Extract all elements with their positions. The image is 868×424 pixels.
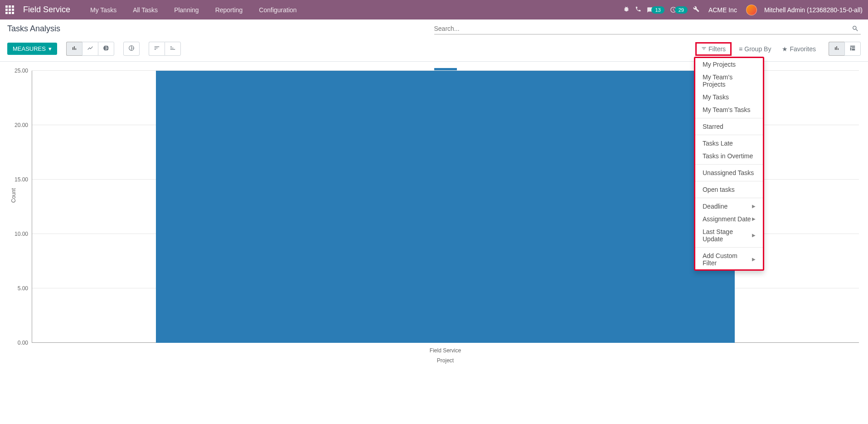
star-icon: ★ bbox=[782, 45, 788, 53]
filter-tasks-overtime[interactable]: Tasks in Overtime bbox=[695, 150, 763, 162]
navbar: Field Service My Tasks All Tasks Plannin… bbox=[0, 0, 868, 19]
filter-deadline[interactable]: Deadline ▶ bbox=[695, 200, 763, 213]
view-switcher bbox=[829, 42, 861, 56]
messages-badge: 13 bbox=[651, 6, 664, 14]
sort-group bbox=[149, 42, 181, 56]
y-tick: 5.00 bbox=[10, 285, 28, 292]
y-tick: 25.00 bbox=[10, 68, 28, 74]
user-avatar[interactable] bbox=[746, 5, 757, 15]
y-axis-line bbox=[32, 71, 32, 343]
filters-label: Filters bbox=[708, 45, 726, 53]
nav-configuration[interactable]: Configuration bbox=[252, 6, 304, 14]
sort-desc-button[interactable] bbox=[149, 42, 165, 56]
divider bbox=[695, 135, 763, 135]
chart-type-group bbox=[66, 42, 114, 56]
chevron-right-icon: ▶ bbox=[752, 233, 756, 238]
filter-assignment-label: Assignment Date bbox=[703, 215, 751, 223]
filter-unassigned[interactable]: Unassigned Tasks bbox=[695, 166, 763, 179]
messages-icon[interactable]: 13 bbox=[647, 6, 664, 14]
favorites-label: Favorites bbox=[790, 45, 816, 53]
search-icon[interactable] bbox=[852, 25, 859, 34]
filter-my-projects[interactable]: My Projects bbox=[695, 58, 763, 71]
chevron-right-icon: ▶ bbox=[752, 216, 756, 221]
filters-wrapper: Filters My Projects My Team's Projects M… bbox=[695, 42, 732, 56]
groupby-button[interactable]: ≡ Group By bbox=[735, 44, 775, 54]
activities-badge: 29 bbox=[675, 6, 688, 14]
y-tick: 20.00 bbox=[10, 122, 28, 128]
sort-asc-button[interactable] bbox=[165, 42, 181, 56]
page-title: Tasks Analysis bbox=[7, 24, 434, 34]
debug-icon[interactable] bbox=[693, 6, 699, 14]
app-name[interactable]: Field Service bbox=[19, 5, 74, 15]
y-tick: 0.00 bbox=[10, 340, 28, 346]
filter-starred[interactable]: Starred bbox=[695, 120, 763, 133]
cp-bottom: MEASURES ▾ bbox=[0, 38, 868, 61]
y-tick: 10.00 bbox=[10, 231, 28, 237]
activities-icon[interactable]: 29 bbox=[670, 6, 688, 14]
search-input[interactable] bbox=[434, 25, 861, 32]
filter-my-teams-projects[interactable]: My Team's Projects bbox=[695, 71, 763, 91]
bar-chart-button[interactable] bbox=[66, 42, 82, 56]
filter-open-tasks[interactable]: Open tasks bbox=[695, 183, 763, 196]
search-options: Filters My Projects My Team's Projects M… bbox=[695, 42, 861, 56]
x-tick: Field Service bbox=[430, 347, 461, 354]
x-axis-label: Project bbox=[437, 357, 454, 364]
graph-view-button[interactable] bbox=[829, 42, 844, 56]
pie-chart-button[interactable] bbox=[98, 42, 114, 56]
measures-button[interactable]: MEASURES ▾ bbox=[7, 43, 57, 55]
y-axis-label: Count bbox=[10, 188, 17, 203]
divider bbox=[695, 247, 763, 248]
filter-last-stage-update[interactable]: Last Stage Update ▶ bbox=[695, 225, 763, 245]
user-name[interactable]: Mitchell Admin (12368280-15-0-all) bbox=[764, 6, 863, 14]
stacked-button[interactable] bbox=[123, 42, 140, 56]
filter-my-teams-tasks[interactable]: My Team's Tasks bbox=[695, 103, 763, 116]
groupby-label: Group By bbox=[744, 45, 771, 53]
favorites-button[interactable]: ★ Favorites bbox=[778, 44, 820, 54]
filter-tasks-late[interactable]: Tasks Late bbox=[695, 137, 763, 150]
funnel-icon bbox=[701, 45, 707, 53]
filter-add-custom[interactable]: Add Custom Filter ▶ bbox=[695, 249, 763, 269]
nav-planning[interactable]: Planning bbox=[167, 6, 206, 14]
filter-my-tasks[interactable]: My Tasks bbox=[695, 91, 763, 103]
cp-top: Tasks Analysis bbox=[0, 19, 868, 38]
control-panel: Tasks Analysis MEASURES ▾ bbox=[0, 19, 868, 62]
divider bbox=[695, 118, 763, 118]
bug-icon[interactable] bbox=[623, 6, 630, 14]
divider bbox=[695, 164, 763, 165]
filter-last-stage-label: Last Stage Update bbox=[703, 228, 752, 243]
filter-assignment-date[interactable]: Assignment Date ▶ bbox=[695, 213, 763, 225]
bar-field-service[interactable] bbox=[156, 71, 735, 343]
filters-dropdown: My Projects My Team's Projects My Tasks … bbox=[694, 57, 764, 271]
pivot-view-button[interactable] bbox=[844, 42, 861, 56]
chevron-right-icon: ▶ bbox=[752, 257, 756, 262]
list-icon: ≡ bbox=[739, 45, 742, 53]
filters-button[interactable]: Filters bbox=[695, 42, 732, 56]
nav-all-tasks[interactable]: All Tasks bbox=[126, 6, 165, 14]
measures-label: MEASURES bbox=[13, 45, 46, 52]
apps-icon[interactable] bbox=[5, 5, 14, 14]
navbar-right: 13 29 ACME Inc Mitchell Admin (12368280-… bbox=[623, 5, 863, 15]
caret-down-icon: ▾ bbox=[48, 45, 52, 52]
filter-deadline-label: Deadline bbox=[703, 203, 727, 210]
divider bbox=[695, 198, 763, 198]
line-chart-button[interactable] bbox=[82, 42, 98, 56]
chevron-right-icon: ▶ bbox=[752, 204, 756, 209]
filter-custom-label: Add Custom Filter bbox=[703, 252, 752, 267]
nav-my-tasks[interactable]: My Tasks bbox=[83, 6, 124, 14]
company-name[interactable]: ACME Inc bbox=[708, 6, 737, 14]
nav-reporting[interactable]: Reporting bbox=[208, 6, 250, 14]
search-container bbox=[434, 23, 861, 34]
divider bbox=[695, 181, 763, 181]
phone-icon[interactable] bbox=[635, 6, 641, 14]
navbar-left: Field Service My Tasks All Tasks Plannin… bbox=[5, 5, 304, 15]
y-tick: 15.00 bbox=[10, 176, 28, 183]
